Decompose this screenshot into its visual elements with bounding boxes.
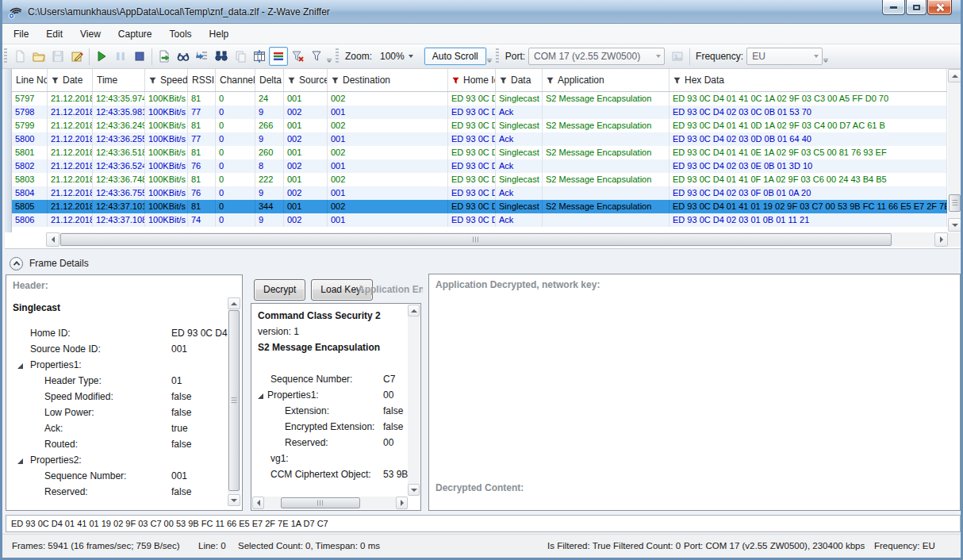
pause-capture-icon[interactable] [111, 47, 130, 66]
menu-help[interactable]: Help [201, 24, 238, 44]
scroll-up-icon[interactable] [408, 305, 420, 316]
scroll-down-icon[interactable] [948, 218, 961, 232]
tree-item[interactable]: Header Type:01 [6, 374, 242, 389]
table-row[interactable]: 580321.12.201812:43:36.748100KBit/s81022… [12, 173, 947, 186]
auto-scroll-button[interactable]: Auto Scroll [424, 48, 486, 65]
maximize-button[interactable] [906, 0, 927, 15]
column-header-home-id[interactable]: Home Id [448, 69, 496, 91]
view-details-icon[interactable] [174, 47, 193, 66]
columns-icon[interactable] [250, 47, 269, 66]
scroll-up-icon[interactable] [948, 69, 961, 82]
column-header-data[interactable]: Data [496, 69, 543, 91]
frame-details-collapse-button[interactable] [10, 257, 23, 270]
toolbar-overflow-icon[interactable] [486, 48, 493, 65]
menu-capture[interactable]: Capture [109, 24, 161, 44]
tree-item[interactable] [251, 356, 420, 372]
tree-item[interactable]: Properties1: [6, 358, 242, 374]
minimize-button[interactable] [882, 0, 905, 15]
scroll-up-icon[interactable] [228, 297, 240, 309]
column-header-source[interactable]: Source [284, 69, 328, 91]
remove-filter-icon[interactable] [288, 47, 307, 66]
tree-item[interactable]: Properties1:00 [251, 388, 420, 404]
goto-line-icon[interactable] [193, 47, 212, 66]
new-file-icon[interactable] [10, 47, 29, 66]
table-row[interactable]: 580021.12.201812:43:36.255100KBit/s77090… [12, 132, 947, 146]
tree-item[interactable]: Reserved:00 [251, 435, 420, 451]
toolbar-grip[interactable] [4, 48, 7, 64]
menu-file[interactable]: File [5, 24, 37, 44]
column-header-destination[interactable]: Destination [328, 69, 448, 91]
scroll-left-icon[interactable] [252, 497, 264, 509]
selected-frame-hex-bar[interactable]: ED 93 0C D4 01 41 01 19 02 9F 03 C7 00 5… [6, 515, 961, 532]
grid-vertical-scrollbar[interactable] [948, 69, 961, 232]
edit-icon[interactable] [67, 47, 86, 66]
decrypt-button[interactable]: Decrypt [254, 279, 305, 301]
toolbar-grip[interactable] [336, 48, 339, 64]
expander-icon[interactable] [17, 458, 23, 464]
find-icon[interactable] [212, 47, 231, 66]
toolbar-overflow-icon[interactable] [326, 48, 332, 65]
column-header-time[interactable]: Time [93, 69, 145, 91]
table-row[interactable]: 580121.12.201812:43:36.518100KBit/s81026… [12, 146, 947, 159]
column-header-application[interactable]: Application [543, 69, 669, 91]
toolbar-grip[interactable] [496, 48, 499, 64]
column-header-speed[interactable]: Speed [145, 69, 188, 91]
filter-icon[interactable] [149, 77, 156, 84]
start-capture-icon[interactable] [92, 47, 111, 66]
application-encrypted-tab[interactable]: Application En [358, 284, 423, 295]
column-header-rssi[interactable]: RSSI [188, 69, 216, 91]
tree-item[interactable]: Routed:false [6, 437, 242, 453]
scroll-right-icon[interactable] [934, 232, 948, 247]
scroll-left-icon[interactable] [46, 232, 59, 247]
grid-horizontal-scrollbar[interactable] [46, 232, 948, 247]
table-row[interactable]: 580421.12.201812:43:36.755100KBit/s76090… [12, 186, 947, 200]
tree-item[interactable]: version: 1 [251, 324, 420, 340]
open-file-icon[interactable] [29, 47, 48, 66]
scroll-right-icon[interactable] [396, 497, 408, 509]
tree-item[interactable]: S2 Message Encapsulation [251, 340, 420, 356]
filter-icon[interactable] [673, 77, 681, 84]
column-header-line-no[interactable]: Line No [12, 69, 48, 91]
table-row[interactable]: 579821.12.201812:43:35.981100KBit/s77090… [12, 105, 947, 119]
details-vertical-scrollbar[interactable] [228, 297, 240, 506]
time-lines-icon[interactable] [269, 47, 288, 66]
tree-item[interactable]: Reserved:false [6, 485, 242, 501]
filter-icon[interactable] [332, 77, 339, 84]
column-header-delta[interactable]: Delta [255, 69, 284, 91]
port-select[interactable]: COM 17 (v2.55 ZW0500) [528, 48, 665, 65]
tree-item[interactable]: Low Power:false [6, 405, 242, 421]
stop-capture-icon[interactable] [130, 47, 149, 66]
filter-icon[interactable] [52, 77, 59, 84]
menu-tools[interactable]: Tools [161, 24, 201, 44]
filter-icon[interactable] [500, 77, 507, 84]
expander-icon[interactable] [258, 393, 263, 399]
filter-icon[interactable] [452, 77, 459, 84]
device-image-icon[interactable] [668, 47, 687, 66]
filter-icon[interactable] [307, 47, 326, 66]
export-frames-icon[interactable] [155, 47, 174, 66]
scrollbar-thumb[interactable] [281, 497, 360, 508]
copy-icon[interactable] [231, 47, 250, 66]
zoom-select[interactable]: 100% [375, 48, 418, 65]
tree-item[interactable]: Sequence Number:C7 [251, 372, 420, 388]
tree-item[interactable]: Source Node ID:001 [6, 342, 242, 358]
column-header-channel[interactable]: Channel [216, 69, 255, 91]
expander-icon[interactable] [17, 363, 23, 369]
tree-item[interactable]: Command Class Security 2 [251, 309, 420, 324]
tree-item[interactable]: vg1: [251, 451, 420, 467]
close-button[interactable] [927, 0, 952, 15]
table-row[interactable]: 580621.12.201812:43:37.108100KBit/s74090… [12, 213, 947, 227]
scrollbar-thumb[interactable] [949, 194, 961, 212]
filter-icon[interactable] [288, 77, 295, 84]
column-header-hex-data[interactable]: Hex Data [669, 69, 947, 91]
scroll-down-icon[interactable] [228, 494, 240, 506]
tree-item[interactable]: Encrypted Extension:false [251, 420, 420, 435]
tree-item[interactable]: CCM Ciphertext Object:53 9B [251, 467, 420, 483]
table-row[interactable]: 579721.12.201812:43:35.974100KBit/s81024… [12, 92, 947, 105]
title-bar[interactable]: C:\Users\amunkhaus\AppData\Local\Temp\zn… [0, 0, 963, 24]
tree-item[interactable]: Properties2: [6, 453, 242, 469]
scroll-down-icon[interactable] [408, 484, 420, 496]
menu-view[interactable]: View [71, 24, 109, 44]
tree-item[interactable]: Sequence Number:001 [6, 469, 242, 485]
table-row[interactable]: 580521.12.201812:43:37.101100KBit/s81034… [12, 200, 947, 213]
